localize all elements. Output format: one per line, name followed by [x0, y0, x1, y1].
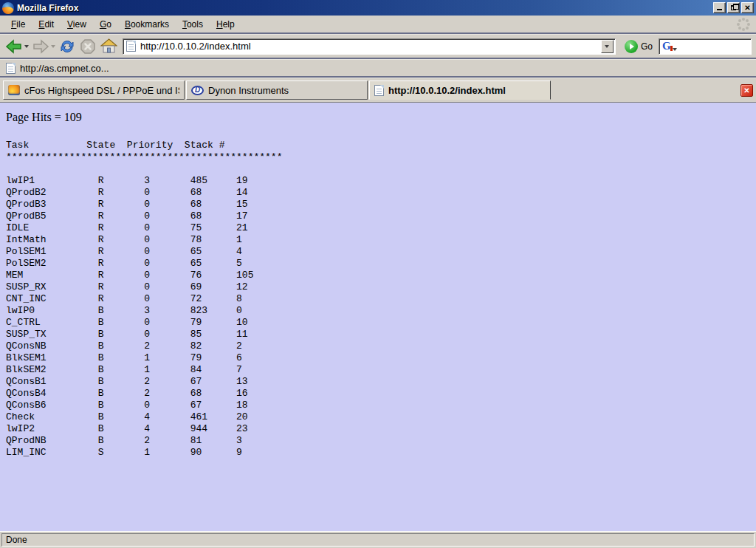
firefox-logo-icon [2, 2, 14, 14]
task-table-line: lwIP2 B 4 944 23 [6, 423, 750, 435]
stop-button[interactable] [78, 38, 97, 55]
status-text: Done [1, 533, 755, 547]
bookmark-label: http://as.cmpnet.co... [20, 63, 109, 74]
close-icon: ✕ [744, 4, 750, 12]
task-table-line: PolSEM2 R 0 65 5 [6, 258, 750, 270]
tab-3[interactable]: http://10.0.10.2/index.html [369, 81, 551, 100]
title-bar: Mozilla Firefox ✕ [0, 0, 756, 16]
tab-label: http://10.0.10.2/index.html [388, 85, 506, 96]
window-controls: ✕ [713, 2, 754, 13]
go-button[interactable]: Go [620, 40, 657, 53]
tab-bar: cFos Highspeed DSL / PPPoE und ISDN CAP.… [0, 78, 756, 103]
task-table-line: QProdB3 R 0 68 15 [6, 199, 750, 210]
page-icon [374, 85, 384, 96]
forward-dropdown-caret[interactable] [51, 45, 55, 48]
task-table-line: Check B 4 461 20 [6, 411, 750, 423]
task-table-line: C_CTRL B 0 79 10 [6, 317, 750, 329]
task-table-line [6, 163, 750, 175]
task-table-line: QConsNB B 2 82 2 [6, 340, 750, 352]
tab-label: cFos Highspeed DSL / PPPoE und ISDN CAP.… [24, 85, 179, 96]
task-table-line: QConsB6 B 0 67 18 [6, 400, 750, 411]
restore-icon [731, 5, 736, 10]
task-table-line: QProdB2 R 0 68 14 [6, 187, 750, 199]
home-button[interactable] [99, 38, 118, 55]
search-engine-caret[interactable] [673, 48, 677, 51]
task-table-line: QProdNB B 2 81 3 [6, 435, 750, 447]
back-dropdown-caret[interactable] [24, 45, 29, 48]
bookmark-page-icon [6, 63, 16, 74]
url-page-icon [126, 41, 136, 52]
task-table-line: QConsB4 B 2 68 16 [6, 388, 750, 400]
window-title: Mozilla Firefox [17, 3, 78, 13]
restore-button[interactable] [727, 2, 740, 13]
menu-go[interactable]: Go [93, 17, 118, 32]
forward-button[interactable] [31, 38, 56, 55]
throbber-icon [737, 18, 750, 31]
task-table-line: lwIP0 B 3 823 0 [6, 305, 750, 317]
go-icon [625, 40, 638, 53]
task-table-line: ****************************************… [6, 151, 750, 163]
back-arrow-icon [5, 39, 23, 54]
task-table-line: CNT_INC R 0 72 8 [6, 293, 750, 305]
menu-items: FileEditViewGoBookmarksToolsHelp [4, 17, 241, 32]
reload-button[interactable] [58, 38, 77, 55]
close-button[interactable]: ✕ [741, 2, 754, 13]
cfos-icon [8, 85, 20, 95]
google-logo-icon: G [662, 41, 671, 52]
url-bar[interactable]: http://10.0.10.2/index.html [123, 38, 616, 55]
task-table-line: LIM_INC S 1 90 9 [6, 447, 750, 459]
page-hits-text: Page Hits = 109 [6, 111, 750, 124]
home-icon [100, 38, 117, 54]
bookmark-item[interactable]: http://as.cmpnet.co... [6, 63, 109, 74]
menu-help[interactable]: Help [210, 17, 241, 32]
go-label: Go [641, 41, 653, 52]
dynon-icon: D [191, 86, 204, 95]
menu-view[interactable]: View [61, 17, 93, 32]
back-button[interactable] [4, 38, 30, 55]
task-table-line: BlkSEM1 B 1 79 6 [6, 352, 750, 364]
menu-bookmarks[interactable]: Bookmarks [118, 17, 176, 32]
tab-2[interactable]: DDynon Instruments [186, 81, 368, 100]
task-table-line: QConsB1 B 2 67 13 [6, 376, 750, 388]
menu-edit[interactable]: Edit [32, 17, 61, 32]
task-table: Task State Priority Stack #*************… [6, 140, 750, 459]
task-table-line: QProdB5 R 0 68 17 [6, 210, 750, 222]
navigation-toolbar: http://10.0.10.2/index.html Go G [0, 35, 756, 58]
reload-icon [59, 39, 75, 54]
task-table-line: IntMath R 0 78 1 [6, 234, 750, 246]
task-table-line: PolSEM1 R 0 65 4 [6, 246, 750, 258]
task-table-line: SUSP_RX R 0 69 12 [6, 281, 750, 293]
menu-file[interactable]: File [4, 17, 32, 32]
task-table-line: BlkSEM2 B 1 84 7 [6, 364, 750, 376]
url-input[interactable]: http://10.0.10.2/index.html [140, 41, 601, 52]
task-table-line: MEM R 0 76 105 [6, 270, 750, 281]
stop-icon [80, 38, 96, 55]
url-dropdown-caret [605, 45, 609, 48]
minimize-icon [717, 8, 722, 10]
status-bar: Done [0, 531, 756, 548]
task-table-line: IDLE R 0 75 21 [6, 222, 750, 234]
task-table-line: SUSP_TX B 0 85 11 [6, 329, 750, 340]
bookmarks-toolbar: http://as.cmpnet.co... [0, 60, 756, 76]
task-table-line: lwIP1 R 3 485 19 [6, 175, 750, 187]
tab-close-button[interactable]: ✕ [740, 84, 753, 97]
url-dropdown-button[interactable] [601, 40, 614, 53]
page-content: Page Hits = 109 Task State Priority Stac… [0, 103, 756, 531]
search-box[interactable]: G [659, 38, 752, 55]
tab-1[interactable]: cFos Highspeed DSL / PPPoE und ISDN CAP.… [3, 81, 185, 100]
forward-arrow-icon [32, 39, 49, 54]
tabs-container: cFos Highspeed DSL / PPPoE und ISDN CAP.… [3, 81, 552, 100]
menu-tools[interactable]: Tools [176, 17, 210, 32]
menu-bar: FileEditViewGoBookmarksToolsHelp [0, 16, 756, 32]
tab-label: Dynon Instruments [208, 85, 289, 96]
minimize-button[interactable] [713, 2, 726, 13]
task-table-line: Task State Priority Stack # [6, 140, 750, 151]
